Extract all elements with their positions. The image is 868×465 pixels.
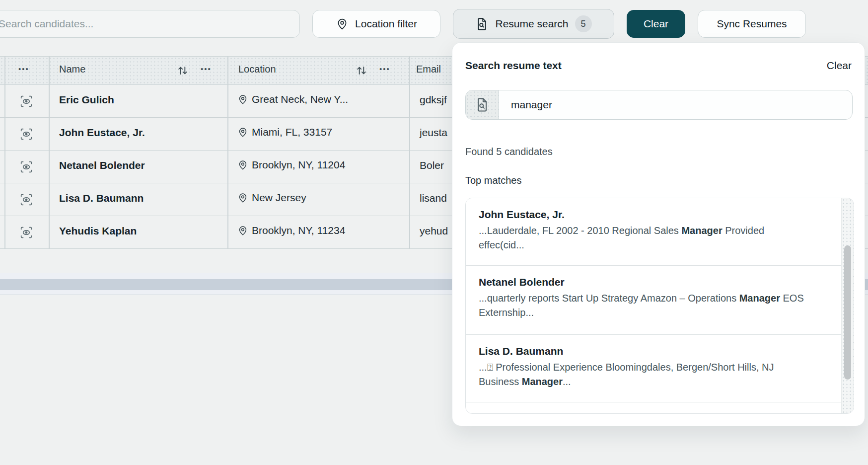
row-menu-header-icon[interactable]: ••• — [18, 65, 29, 73]
result-candidate-name: Lisa D. Baumann — [479, 345, 812, 357]
match-highlight: Manager — [681, 225, 722, 236]
panel-title: Search resume text — [465, 60, 562, 72]
candidate-email: jeusta — [420, 127, 447, 139]
pin-icon — [237, 127, 248, 138]
result-snippet: ...quarterly reports Start Up Strategy A… — [479, 291, 812, 320]
pin-icon — [237, 192, 248, 203]
preview-candidate-icon[interactable] — [20, 160, 33, 173]
column-header-location[interactable]: Location — [238, 64, 276, 75]
preview-candidate-icon[interactable] — [20, 95, 33, 108]
column-menu-location-icon[interactable]: ••• — [379, 65, 390, 73]
resume-input-addon — [466, 90, 499, 119]
candidate-location: Brooklyn, NY, 11204 — [252, 159, 345, 171]
sort-name-icon[interactable] — [175, 64, 191, 78]
result-item[interactable]: Netanel Bolender ...quarterly reports St… — [466, 266, 842, 335]
search-candidates-input[interactable] — [0, 10, 300, 38]
preview-candidate-icon[interactable] — [20, 193, 33, 206]
resume-search-button[interactable]: Resume search 5 — [453, 9, 614, 39]
results-scrollbar-thumb[interactable] — [844, 245, 851, 380]
results-scrollbar[interactable] — [841, 198, 854, 414]
app-window: Location filter Resume search 5 Clear Sy… — [0, 0, 868, 465]
found-candidates-text: Found 5 candidates — [465, 146, 553, 157]
location-filter-button[interactable]: Location filter — [312, 10, 440, 38]
result-candidate-name: John Eustace, Jr. — [479, 209, 812, 221]
resume-search-input[interactable] — [499, 90, 852, 119]
column-divider — [4, 56, 5, 249]
resume-search-label: Resume search — [495, 18, 568, 30]
location-pin-icon — [336, 17, 349, 30]
sync-resumes-button[interactable]: Sync Resumes — [698, 10, 806, 38]
location-filter-label: Location filter — [355, 18, 417, 30]
candidate-location: Brooklyn, NY, 11234 — [252, 225, 345, 236]
column-header-name[interactable]: Name — [59, 64, 85, 75]
sort-location-icon[interactable] — [354, 64, 369, 78]
resume-search-field[interactable] — [465, 90, 853, 120]
result-snippet: ...Lauderdale, FL 2002 - 2010 Regional S… — [479, 224, 812, 252]
candidate-name: Lisa D. Baumann — [59, 192, 144, 204]
clear-filters-label: Clear — [644, 18, 668, 30]
column-divider — [49, 56, 50, 249]
top-matches-list: John Eustace, Jr. ...Lauderdale, FL 2002… — [465, 198, 854, 414]
preview-candidate-icon[interactable] — [20, 226, 33, 239]
result-candidate-name: Netanel Bolender — [479, 276, 812, 288]
resume-search-panel: Search resume text Clear Found 5 candida… — [452, 42, 865, 426]
column-menu-name-icon[interactable]: ••• — [201, 65, 212, 73]
resume-search-count-badge: 5 — [575, 15, 592, 32]
pin-icon — [237, 225, 248, 236]
column-header-email[interactable]: Email — [416, 64, 441, 75]
candidate-name: Eric Gulich — [59, 94, 114, 106]
candidate-location: New Jersey — [252, 192, 306, 204]
column-divider — [227, 56, 228, 249]
clear-filters-button[interactable]: Clear — [627, 10, 685, 38]
pin-icon — [237, 159, 248, 170]
candidate-email: yehud — [420, 225, 448, 237]
candidate-name: Yehudis Kaplan — [59, 225, 137, 237]
column-divider — [409, 56, 410, 249]
candidate-email: Boler — [420, 159, 444, 171]
panel-clear-button[interactable]: Clear — [827, 60, 852, 72]
candidate-email: gdksjf — [420, 94, 447, 106]
pin-icon — [237, 94, 248, 105]
candidate-email: lisand — [420, 192, 447, 204]
match-highlight: Manager — [739, 293, 780, 304]
sync-resumes-label: Sync Resumes — [717, 18, 787, 30]
candidate-location: Miami, FL, 33157 — [252, 126, 332, 138]
result-item[interactable]: John Eustace, Jr. ...Lauderdale, FL 2002… — [466, 198, 842, 266]
preview-candidate-icon[interactable] — [20, 128, 33, 141]
top-matches-label: Top matches — [465, 175, 521, 186]
candidate-name: Netanel Bolender — [59, 159, 145, 171]
file-search-icon — [475, 17, 489, 31]
match-highlight: Manager — [522, 376, 563, 387]
candidate-location: Great Neck, New Y... — [252, 93, 348, 105]
file-search-icon — [475, 97, 490, 112]
result-item[interactable]: Lisa D. Baumann ...⍰ Professional Experi… — [466, 335, 842, 402]
result-snippet: ...⍰ Professional Experience Bloomingdal… — [479, 360, 812, 389]
candidate-name: John Eustace, Jr. — [59, 127, 145, 139]
